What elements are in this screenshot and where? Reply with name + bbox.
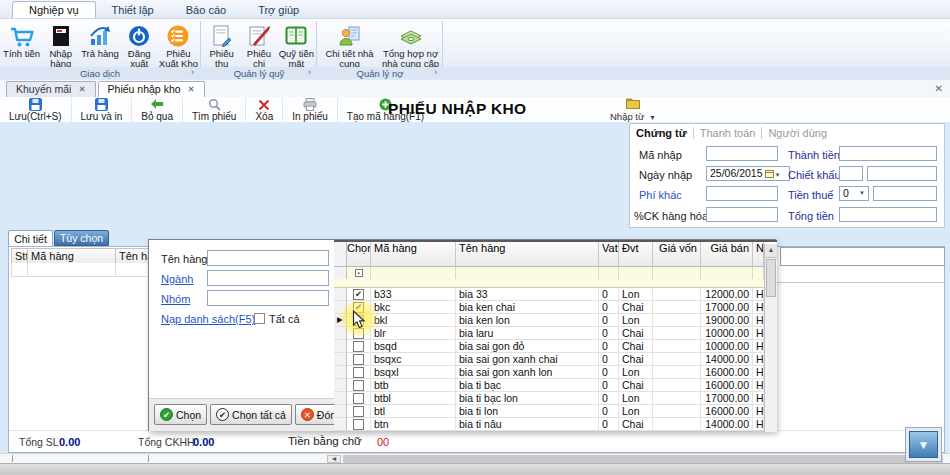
goods-discount-pct-field[interactable] [706,207,778,222]
ribbon-item-tinh-tien[interactable]: Tính tiền [2,21,41,59]
chart-arrow-icon [88,22,112,49]
tab-chi-tiet[interactable]: Chi tiết [8,230,53,246]
product-row[interactable]: ✔ bkcbia ken chai 0Chai 17000.00 HU [334,301,777,314]
scroll-up-icon[interactable]: ▲ [765,244,777,258]
all-checkbox[interactable] [254,313,265,324]
ribbon-tab-tro-giup[interactable]: Trợ giúp [242,2,315,18]
row-checkbox[interactable] [353,367,364,378]
choose-all-button[interactable]: ✔Chọn tất cả [210,404,292,425]
ribbon-item-tra-hang[interactable]: Trả hàng [80,21,119,59]
ribbon-item-phieu-xuat-kho[interactable]: Phiếu Xuất Kho [159,21,198,70]
status-bar: Tổng SL 0.00 Tổng CKHH 0.00 Tiền bằng ch… [9,430,944,452]
tab-thanh-toan[interactable]: Thanh toán [694,127,763,139]
product-row[interactable]: btbbia ti bạc 0Chai 16000.00 HU [334,379,777,392]
skip-button[interactable]: Bỏ qua [132,97,183,122]
product-row-selected[interactable]: ▶ ✔ bklbia ken lon 0Lon 19000.00 HU [334,314,777,327]
category-link[interactable]: Ngành [161,273,193,285]
horizontal-scrollbar[interactable]: ◄ [0,453,950,463]
product-row[interactable]: btnbia ti nâu 0Chai 14000.00 HU [334,418,777,431]
ribbon-tab-thiet-lap[interactable]: Thiết lập [96,2,170,18]
column-header-dvt[interactable]: Đvt [619,242,653,267]
close-icon[interactable]: ✕ [935,83,943,94]
import-code-field[interactable] [706,146,778,161]
product-row[interactable]: bsqdbia sai gon đỏ 0Chai 10000.00 HU [334,340,777,353]
ribbon-item-chi-tiet-nha-cung[interactable]: Chi tiết nhà cung [319,21,380,70]
row-checkbox[interactable]: ✔ [353,289,364,300]
tab-chung-tu[interactable]: Chứng từ [636,127,694,139]
tab-phieu-nhap-kho[interactable]: Phiếu nhập kho✕ [98,81,205,97]
ribbon-tab-nghiep-vu[interactable]: Nghiệp vụ [12,1,96,18]
scrollbar-thumb[interactable] [766,259,776,297]
tab-nguoi-dung[interactable]: Người dùng [762,127,833,139]
ribbon-item-phieu-chi[interactable]: Phiếu chi [240,21,277,70]
find-voucher-button[interactable]: Tìm phiếu [183,97,246,122]
vertical-scrollbar[interactable]: ▲ [764,244,777,432]
row-checkbox[interactable] [353,341,364,352]
chevron-down-icon[interactable]: ▼ [774,172,780,178]
green-check-icon: ✔ [160,408,173,421]
ribbon-tab-bao-cao[interactable]: Báo cáo [170,2,242,18]
row-checkbox[interactable] [353,380,364,391]
group-label-quan-ly-no: Quản lý nợ› [319,67,441,79]
select-all-checkbox[interactable]: ▪ [355,269,363,277]
ribbon-item-quy-tien-mat[interactable]: Quỹ tiền mặt [278,21,315,70]
product-name-input[interactable] [207,250,329,266]
tab-khuyen-mai[interactable]: Khuyến mãi✕ [6,81,96,97]
category-input[interactable] [207,270,329,286]
discount-pct-field[interactable] [839,166,863,181]
row-checkbox[interactable] [353,419,364,430]
print-voucher-button[interactable]: In phiếu [283,97,338,122]
chevron-icon[interactable]: › [308,67,311,77]
row-checkbox[interactable] [353,354,364,365]
ribbon-item-phieu-thu[interactable]: Phiếu thu [203,21,240,70]
tab-tuy-chon[interactable]: Tùy chọn [54,230,109,246]
column-header-gia-von[interactable]: Giá vốn [653,242,701,267]
scroll-bottom-button[interactable]: ▼ [905,427,942,462]
import-date-field[interactable]: 25/06/2015 ▼ [706,166,790,181]
amount-field[interactable] [839,146,937,161]
row-checkbox[interactable] [353,393,364,404]
product-row[interactable]: bsqxcbia sai gon xanh chai 0Chai 14000.0… [334,353,777,366]
product-row[interactable]: btlbia ti lon 0Lon 16000.00 HU [334,405,777,418]
column-header-gia-ban[interactable]: Giá bán [701,242,753,267]
save-button[interactable]: Lưu(Ctrl+S) [0,97,72,122]
ribbon-item-tong-hop-no[interactable]: Tổng hợp nợ nhà cung cấp [380,21,441,70]
column-header-ma-hang[interactable]: Mã hàng [371,242,456,267]
column-header-vat[interactable]: Vat [599,242,619,267]
total-field[interactable] [839,207,937,222]
save-print-button[interactable]: Lưu và in [72,97,133,122]
tax-label: Tiền thuế [788,189,833,201]
product-row[interactable]: btblbia ti bạc lon 0Lon 17000.00 HU [334,392,777,405]
ribbon-group-giao-dich: Tính tiền Nhập hàng Trả hàng Đăng xuất P… [2,21,198,66]
column-header-stt[interactable]: Stt [11,248,28,264]
ribbon-item-dang-xuat[interactable]: Đăng xuất [120,21,159,70]
chevron-icon[interactable]: › [191,67,194,77]
tab-close-icon[interactable]: ✕ [78,84,85,94]
product-row[interactable]: ✔ b33bia 33 0Lon 12000.00 HU [334,288,777,301]
tax-amount-field[interactable] [873,186,937,201]
column-header-chon[interactable]: Chọn [347,242,371,267]
row-checkbox[interactable] [353,406,364,417]
filter-row: ▪ [334,267,777,279]
choose-button[interactable]: ✔Chọn [154,404,207,425]
product-row[interactable]: bsqxlbia sai gon xanh lon 0Lon 16000.00 … [334,366,777,379]
other-fee-field[interactable] [706,186,778,201]
product-row[interactable]: blrbia laru 0Chai 10000.00 HU [334,327,777,340]
discount-amount-field[interactable] [867,166,937,181]
delete-button[interactable]: Xóa [246,97,283,122]
payment-pen-icon [247,22,271,49]
load-list-link[interactable]: Nạp danh sách(F5) [161,313,255,325]
folder-icon [626,98,640,111]
group-input[interactable] [207,290,329,306]
import-from-button[interactable]: Nhập từ ▼ [610,98,656,122]
column-header-ma-hang[interactable]: Mã hàng [27,248,116,264]
tab-close-icon[interactable]: ✕ [188,84,195,94]
group-link[interactable]: Nhóm [161,293,190,305]
tax-rate-select[interactable]: 0▼ [839,186,869,201]
column-header-ten-hang[interactable]: Tên hàng [456,242,599,267]
ribbon-item-nhap-hang[interactable]: Nhập hàng [41,21,80,70]
column-header-nh[interactable]: Nh [753,242,764,267]
scroll-left-icon[interactable]: ◄ [327,455,341,463]
scrollbar-thumb[interactable] [343,455,943,463]
chevron-icon[interactable]: › [434,67,437,77]
